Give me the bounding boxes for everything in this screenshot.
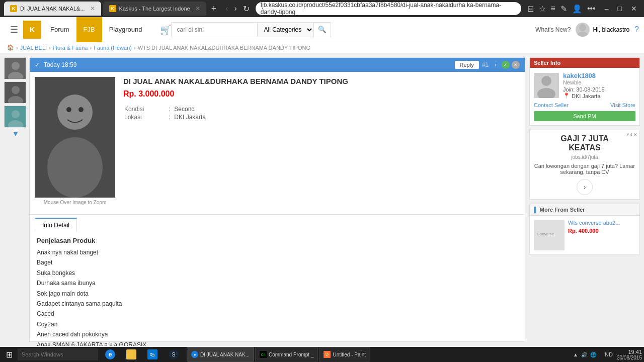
thumb-down-arrow[interactable]: ▼ bbox=[4, 130, 27, 138]
content-area: ✓ Today 18:59 Reply #1 i ✓ ✕ bbox=[29, 57, 525, 342]
ad-title: GAJI 7 JUTAKEATAS bbox=[534, 134, 635, 152]
seller-name[interactable]: kakek1808 bbox=[563, 72, 605, 79]
seller-location: 📍 DKI Jakarta bbox=[563, 93, 605, 99]
new-tab-button[interactable]: + bbox=[208, 4, 220, 14]
product-title: DI JUAL ANAK NAKAL&DURHAKA BERNAMA DANDY… bbox=[123, 77, 520, 85]
menu-icon[interactable]: ≡ bbox=[551, 4, 555, 13]
help-icon[interactable]: ? bbox=[634, 25, 639, 34]
description-content: Anak nya nakal banget Baget Suka bongkes… bbox=[37, 247, 518, 346]
thumbnail-2[interactable] bbox=[4, 81, 26, 104]
kondisi-label: Kondisi bbox=[124, 106, 165, 113]
taskbar-item-paint[interactable]: 🎨 Untitled - Paint bbox=[319, 347, 370, 361]
systray-volume[interactable]: 🔊 bbox=[581, 352, 587, 357]
header-right: What's New? Hi, blackastro ? bbox=[535, 23, 639, 37]
back-button[interactable]: ‹ bbox=[225, 4, 228, 13]
bookmark-icon[interactable]: ☆ bbox=[539, 4, 546, 14]
forward-button[interactable]: › bbox=[234, 4, 237, 13]
close-tab-1[interactable]: ✕ bbox=[90, 5, 95, 12]
home-icon: 🏠 bbox=[7, 44, 14, 51]
nav-playground[interactable]: Playground bbox=[102, 17, 149, 42]
taskbar: ⊞ e 🛍 S e DI JUAL ANAK NAK... C:\ Comman… bbox=[0, 347, 644, 362]
taskbar-search-input[interactable] bbox=[18, 348, 98, 360]
taskbar-item-cmd-label: Command Prompt _ bbox=[269, 352, 313, 357]
contact-seller-link[interactable]: Contact Seller bbox=[534, 102, 569, 108]
search-button[interactable]: 🔍 bbox=[314, 22, 331, 37]
info-detail-tab[interactable]: Info Detail bbox=[35, 218, 77, 232]
lokasi-value: DKI Jakarta bbox=[174, 114, 206, 121]
ad-arrow-button[interactable]: › bbox=[577, 179, 593, 195]
seller-info-box: Seller Info kakek1808 Newbie Join: 30-08… bbox=[529, 57, 640, 126]
hamburger-menu[interactable]: ☰ bbox=[5, 24, 23, 35]
visit-store-link[interactable]: Visit Store bbox=[610, 102, 635, 108]
ad-box: Ad ✕ GAJI 7 JUTAKEATAS jobs.id/7juta Car… bbox=[529, 130, 640, 200]
nav-forum[interactable]: Forum bbox=[43, 17, 76, 42]
tab-label-1: DI JUAL ANAK NAKAL&... bbox=[20, 6, 85, 12]
seller-product-name[interactable]: Wts converse abu2... bbox=[568, 220, 620, 226]
taskbar-pinned-apps: e 🛍 S bbox=[100, 347, 184, 362]
taskbar-app-steam[interactable]: S bbox=[164, 347, 184, 362]
thumbnail-1[interactable] bbox=[4, 57, 26, 79]
post-header-left: ✓ Today 18:59 bbox=[35, 61, 76, 68]
systray-arrow[interactable]: ▲ bbox=[573, 352, 578, 357]
url-text: fjb.kaskus.co.id/product/55e2f0331cbfaa3… bbox=[261, 2, 516, 16]
taskbar-item-cmd[interactable]: C:\ Command Prompt _ bbox=[255, 347, 318, 361]
kaskus-favicon-1: K bbox=[10, 5, 17, 12]
taskbar-app-store[interactable]: 🛍 bbox=[142, 347, 163, 362]
info-icon[interactable]: i bbox=[492, 61, 500, 69]
taskbar-clock[interactable]: 19:41 30/08/2015 bbox=[617, 349, 642, 360]
post-header: ✓ Today 18:59 Reply #1 i ✓ ✕ bbox=[30, 58, 525, 72]
seller-product-image[interactable]: Converse bbox=[534, 220, 564, 250]
taskbar-item-browser[interactable]: e DI JUAL ANAK NAK... bbox=[187, 347, 254, 361]
desc-line-9: Anak SMAN 6 JAKARTA a.k.a GORASIX bbox=[37, 340, 518, 346]
maximize-button[interactable]: □ bbox=[615, 5, 625, 13]
breadcrumb-current: WTS DI JUAL ANAK NAKAL&DURHAKA BERNAMA D… bbox=[138, 45, 310, 51]
taskbar-date: 30/08/2015 bbox=[617, 355, 642, 360]
close-icon[interactable]: ✕ bbox=[512, 61, 520, 69]
ad-text: Cari lowongan dengan gaji 7 juta? Lamar … bbox=[534, 163, 635, 175]
more-icon[interactable]: ••• bbox=[587, 4, 596, 13]
thumbnail-3[interactable] bbox=[4, 106, 26, 128]
site-header: ☰ K Forum FJB Playground 🛒 All Categorie… bbox=[0, 17, 644, 42]
breadcrumb-flora[interactable]: Flora & Fauna bbox=[53, 45, 88, 51]
kaskus-logo[interactable]: K bbox=[23, 21, 41, 39]
taskbar-app-files[interactable] bbox=[121, 347, 141, 362]
reply-button[interactable]: Reply bbox=[455, 61, 479, 69]
desc-line-7: Coy2an bbox=[37, 319, 518, 329]
edit-icon[interactable]: ✎ bbox=[560, 4, 567, 14]
taskbar-running-items: e DI JUAL ANAK NAK... C:\ Command Prompt… bbox=[187, 347, 370, 361]
breadcrumb-jual-beli[interactable]: JUAL BELI bbox=[20, 45, 47, 51]
svg-point-3 bbox=[12, 62, 20, 70]
main-container: ▼ ✓ Today 18:59 Reply #1 i ✓ ✕ bbox=[0, 53, 644, 346]
tab-label-2: Kaskus - The Largest Indone bbox=[119, 6, 190, 12]
product-section: Mouse Over Image to Zoom DI JUAL ANAK NA… bbox=[30, 72, 525, 210]
systray-network[interactable]: 🌐 bbox=[590, 352, 596, 357]
profile-icon[interactable]: 👤 bbox=[572, 4, 582, 14]
sidebar-icon[interactable]: ⊟ bbox=[527, 4, 534, 14]
minimize-button[interactable]: – bbox=[602, 5, 612, 13]
browser-tab-1[interactable]: K DI JUAL ANAK NAKAL&... ✕ bbox=[4, 2, 101, 16]
cart-icon[interactable]: 🛒 bbox=[160, 24, 171, 35]
taskbar-app-ie[interactable]: e bbox=[100, 347, 120, 362]
start-button[interactable]: ⊞ bbox=[2, 347, 17, 362]
desc-line-6: Caced bbox=[37, 309, 518, 319]
browser-tab-2[interactable]: K Kaskus - The Largest Indone ✕ bbox=[103, 2, 206, 16]
ad-label[interactable]: Ad ✕ bbox=[626, 132, 637, 137]
refresh-button[interactable]: ↻ bbox=[243, 4, 250, 14]
breadcrumb-fauna[interactable]: Fauna (Hewan) bbox=[94, 45, 132, 51]
nav-fjb[interactable]: FJB bbox=[76, 17, 102, 42]
whats-new-link[interactable]: What's New? bbox=[535, 26, 571, 33]
search-input[interactable] bbox=[171, 22, 258, 37]
close-tab-2[interactable]: ✕ bbox=[195, 5, 200, 12]
lokasi-label: Lokasi bbox=[124, 114, 165, 121]
send-pm-button[interactable]: Send PM bbox=[534, 111, 635, 121]
search-category-select[interactable]: All Categories bbox=[258, 22, 314, 37]
window-controls: – □ ✕ bbox=[602, 5, 640, 13]
taskbar-item-paint-label: Untitled - Paint bbox=[333, 352, 366, 357]
product-main-image[interactable] bbox=[35, 77, 115, 198]
search-area: 🛒 All Categories 🔍 bbox=[155, 22, 316, 37]
check-icon[interactable]: ✓ bbox=[502, 61, 510, 69]
ad-url: jobs.id/7juta bbox=[534, 154, 635, 160]
desc-line-5: Gadapet cintanya sama paquita bbox=[37, 299, 518, 309]
close-button[interactable]: ✕ bbox=[628, 5, 640, 13]
address-bar[interactable]: fjb.kaskus.co.id/product/55e2f0331cbfaa3… bbox=[256, 2, 521, 15]
